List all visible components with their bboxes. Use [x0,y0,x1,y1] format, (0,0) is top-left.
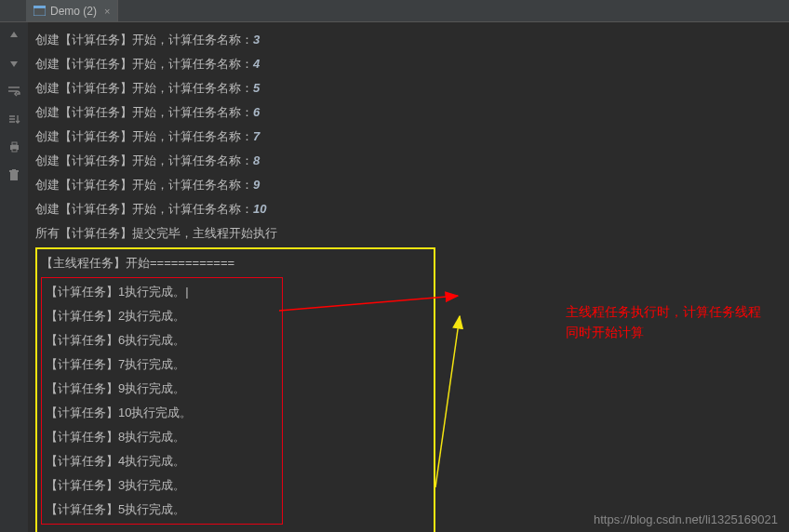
create-task-line: 创建【计算任务】开始，计算任务名称：8 [35,149,782,173]
svg-rect-4 [12,149,17,152]
main-exec-line: 【主线程任务】开始执行某些任务============ [41,526,430,532]
create-task-line: 创建【计算任务】开始，计算任务名称：7 [35,125,782,149]
complete-task-line: 【计算任务】1执行完成。| [46,280,278,304]
create-task-line: 创建【计算任务】开始，计算任务名称：10 [35,197,782,221]
svg-rect-6 [9,170,19,172]
create-task-line: 创建【计算任务】开始，计算任务名称：5 [35,76,782,100]
complete-task-line: 【计算任务】6执行完成。 [46,328,278,352]
svg-rect-1 [33,6,46,8]
tab-bar: Demo (2) × [0,0,789,22]
scroll-icon[interactable] [7,112,21,126]
svg-line-11 [435,316,460,487]
svg-rect-7 [12,169,16,170]
trash-icon[interactable] [7,167,21,182]
create-task-line: 创建【计算任务】开始，计算任务名称：6 [35,100,782,125]
console-icon [33,6,46,16]
console-output[interactable]: 创建【计算任务】开始，计算任务名称：3创建【计算任务】开始，计算任务名称：4创建… [28,22,789,532]
complete-task-line: 【计算任务】4执行完成。 [46,449,278,473]
print-icon[interactable] [7,140,21,154]
tab-label: Demo (2) [50,5,97,18]
main-thread-highlight-box: 【主线程任务】开始============ 【计算任务】1执行完成。|【计算任务… [35,247,435,532]
complete-task-line: 【计算任务】10执行完成。 [46,401,278,425]
tab-demo[interactable]: Demo (2) × [26,0,118,21]
tab-close-icon[interactable]: × [104,6,110,17]
wrap-icon[interactable] [7,84,21,99]
arrow-down-icon[interactable] [7,56,21,71]
complete-task-line: 【计算任务】5执行完成。 [46,498,278,522]
svg-rect-3 [12,142,17,145]
main-start-line: 【主线程任务】开始============ [41,251,430,275]
complete-task-line: 【计算任务】2执行完成。 [46,304,278,328]
annotation-line1: 主线程任务执行时，计算任务线程 [566,301,761,322]
complete-task-line: 【计算任务】8执行完成。 [46,425,278,449]
complete-task-line: 【计算任务】3执行完成。 [46,473,278,498]
annotation-text: 主线程任务执行时，计算任务线程 同时开始计算 [566,301,761,342]
complete-task-line: 【计算任务】9执行完成。 [46,377,278,401]
svg-rect-5 [10,172,18,180]
create-task-line: 创建【计算任务】开始，计算任务名称：9 [35,173,782,197]
arrow-up-icon[interactable] [7,28,21,43]
compute-tasks-highlight-box: 【计算任务】1执行完成。|【计算任务】2执行完成。【计算任务】6执行完成。【计算… [41,277,283,525]
create-task-line: 创建【计算任务】开始，计算任务名称：3 [35,28,782,52]
watermark: https://blog.csdn.net/li1325169021 [594,512,778,526]
annotation-line2: 同时开始计算 [566,322,761,342]
complete-task-line: 【计算任务】7执行完成。 [46,352,278,377]
all-submitted-line: 所有【计算任务】提交完毕，主线程开始执行 [35,221,782,246]
create-task-line: 创建【计算任务】开始，计算任务名称：4 [35,52,782,76]
main-area: 创建【计算任务】开始，计算任务名称：3创建【计算任务】开始，计算任务名称：4创建… [0,22,789,532]
gutter-toolbar [0,22,28,532]
